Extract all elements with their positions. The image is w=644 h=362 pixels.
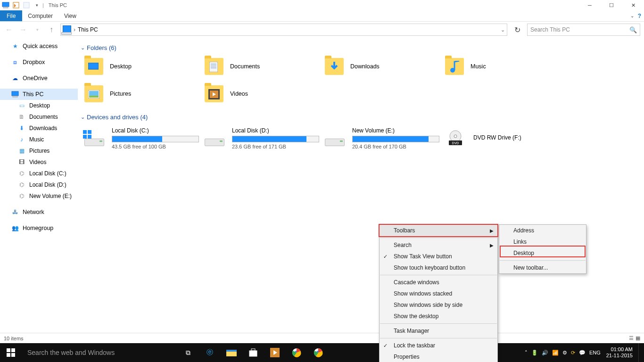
sidebar-local-c[interactable]: ⌬Local Disk (C:) — [0, 168, 78, 179]
file-explorer-icon[interactable] — [221, 343, 242, 362]
sidebar-downloads[interactable]: ⬇Downloads — [0, 123, 78, 134]
sub-address[interactable]: Address — [499, 225, 586, 236]
drive-icon — [325, 131, 345, 146]
view-details-button[interactable]: ☰ — [629, 335, 634, 341]
sidebar-this-pc[interactable]: This PC — [0, 89, 78, 100]
search-input[interactable]: Search This PC 🔍 — [527, 24, 640, 36]
drive-d[interactable]: Local Disk (D:) 23.6 GB free of 171 GB — [200, 125, 320, 151]
svg-rect-19 — [88, 130, 91, 134]
pictures-icon: ▦ — [18, 147, 25, 155]
breadcrumb-sep-icon[interactable]: › — [71, 26, 78, 33]
address-dropdown-icon[interactable]: ⌄ — [501, 27, 505, 33]
sidebar-new-volume-e[interactable]: ⌬New Volume (E:) — [0, 190, 78, 202]
media-player-icon[interactable] — [264, 343, 286, 362]
sidebar-documents[interactable]: 🗎Documents — [0, 111, 78, 123]
volume-icon[interactable]: 🔊 — [542, 350, 548, 356]
settings-tray-icon[interactable]: ⚙ — [562, 350, 567, 356]
nav-back-button[interactable]: ← — [4, 25, 14, 35]
ctx-show-task-view[interactable]: ✓Show Task View button — [380, 251, 497, 262]
drive-icon — [205, 131, 224, 146]
folder-downloads[interactable]: Downloads — [320, 56, 440, 77]
desktop-folder-icon — [84, 58, 103, 75]
folders-group-header[interactable]: ⌄ Folders (6) — [80, 41, 642, 56]
maximize-button[interactable]: ☐ — [601, 0, 622, 10]
qat-dropdown-icon[interactable]: ▾ — [33, 1, 41, 9]
view-icons-button[interactable]: ▦ — [636, 335, 640, 341]
store-icon[interactable] — [242, 343, 264, 362]
folder-videos[interactable]: Videos — [200, 83, 320, 104]
close-button[interactable]: ✕ — [622, 0, 644, 10]
show-desktop-button[interactable] — [638, 343, 641, 362]
task-view-button[interactable]: ⧉ — [177, 343, 199, 362]
action-center-icon[interactable]: 💬 — [579, 350, 586, 356]
ctx-cascade[interactable]: Cascade windows — [380, 277, 497, 288]
ctx-search[interactable]: Search▶ — [380, 239, 497, 251]
sidebar-desktop[interactable]: ▭Desktop — [0, 100, 78, 111]
chrome-icon-2[interactable] — [307, 343, 329, 362]
folder-documents[interactable]: Documents — [200, 56, 320, 77]
explorer-body: ★ Quick access ⧈ Dropbox ☁ OneDrive This… — [0, 38, 644, 333]
ctx-stacked[interactable]: Show windows stacked — [380, 288, 497, 299]
ctx-show-touch-keyboard[interactable]: Show touch keyboard button — [380, 262, 497, 273]
nav-up-button[interactable]: ↑ — [46, 25, 57, 35]
ctx-lock-taskbar[interactable]: ✓Lock the taskbar — [380, 340, 497, 351]
sidebar-local-d[interactable]: ⌬Local Disk (D:) — [0, 179, 78, 190]
sidebar-dropbox[interactable]: ⧈ Dropbox — [0, 57, 78, 68]
ctx-side-by-side[interactable]: Show windows side by side — [380, 299, 497, 311]
clock[interactable]: 01:00 AM 21-11-2015 — [604, 346, 635, 359]
svg-rect-6 — [88, 63, 99, 69]
language-indicator[interactable]: ENG — [589, 350, 601, 355]
folder-pictures[interactable]: Pictures — [80, 83, 200, 104]
sync-tray-icon[interactable]: ⟳ — [571, 350, 575, 356]
breadcrumb-thispc[interactable]: This PC — [78, 26, 98, 33]
edge-icon[interactable]: ⓔ — [199, 343, 221, 362]
drive-icon — [84, 131, 104, 146]
ctx-properties[interactable]: Properties — [380, 351, 497, 362]
ctx-show-desktop[interactable]: Show the desktop — [380, 311, 497, 322]
taskbar-search-input[interactable]: Search the web and Windows — [22, 343, 177, 362]
drives-group-header[interactable]: ⌄ Devices and drives (4) — [80, 111, 642, 125]
ribbon-expand-icon[interactable]: ⌄ — [630, 13, 634, 18]
sub-links[interactable]: Links — [499, 236, 586, 247]
start-button[interactable] — [0, 343, 22, 362]
ctx-task-manager[interactable]: Task Manager — [380, 325, 497, 337]
minimize-button[interactable]: ─ — [579, 0, 601, 10]
address-bar[interactable]: › This PC ⌄ — [60, 24, 507, 36]
file-tab[interactable]: File — [0, 10, 22, 21]
sub-desktop[interactable]: Desktop — [499, 247, 586, 259]
chrome-icon[interactable] — [286, 343, 307, 362]
sidebar-pictures[interactable]: ▦Pictures — [0, 145, 78, 156]
nav-recent-dropdown[interactable]: ▾ — [32, 25, 42, 35]
wifi-icon[interactable]: 📶 — [552, 350, 559, 356]
ctx-toolbars[interactable]: Toolbars▶ — [380, 225, 497, 236]
folder-desktop[interactable]: Desktop — [80, 56, 200, 77]
drive-e[interactable]: New Volume (E:) 20.4 GB free of 170 GB — [320, 125, 440, 151]
sidebar-quick-access[interactable]: ★ Quick access — [0, 41, 78, 52]
drive-icon: ⌬ — [18, 170, 25, 177]
svg-rect-13 — [89, 91, 99, 96]
drive-c[interactable]: Local Disk (C:) 43.5 GB free of 100 GB — [80, 125, 200, 151]
homegroup-icon: 👥 — [11, 224, 19, 232]
sidebar-homegroup[interactable]: 👥Homegroup — [0, 222, 78, 234]
taskbar[interactable]: Search the web and Windows ⧉ ⓔ ˄ 🔋 🔊 📶 ⚙… — [0, 343, 644, 362]
computer-tab[interactable]: Computer — [22, 10, 58, 21]
sidebar-music[interactable]: ♪Music — [0, 134, 78, 145]
properties-qat-icon[interactable] — [12, 1, 20, 9]
nav-forward-button[interactable]: → — [18, 25, 28, 35]
svg-rect-7 — [209, 62, 218, 72]
refresh-button[interactable]: ↻ — [511, 24, 523, 36]
svg-rect-18 — [83, 130, 87, 134]
battery-icon[interactable]: 🔋 — [531, 350, 538, 356]
view-tab[interactable]: View — [58, 10, 82, 21]
sidebar-onedrive[interactable]: ☁ OneDrive — [0, 73, 78, 84]
address-pc-icon — [63, 25, 71, 34]
tray-up-icon[interactable]: ˄ — [525, 350, 528, 356]
sidebar-videos[interactable]: 🎞Videos — [0, 156, 78, 168]
new-folder-qat-icon[interactable] — [23, 1, 30, 9]
drive-dvd-f[interactable]: DVD DVD RW Drive (F:) — [440, 125, 561, 151]
sidebar-network[interactable]: 🖧Network — [0, 206, 78, 218]
svg-rect-20 — [83, 135, 87, 139]
help-icon[interactable]: ? — [638, 13, 641, 19]
sub-new-toolbar[interactable]: New toolbar... — [499, 262, 586, 273]
folder-music[interactable]: Music — [440, 56, 561, 77]
